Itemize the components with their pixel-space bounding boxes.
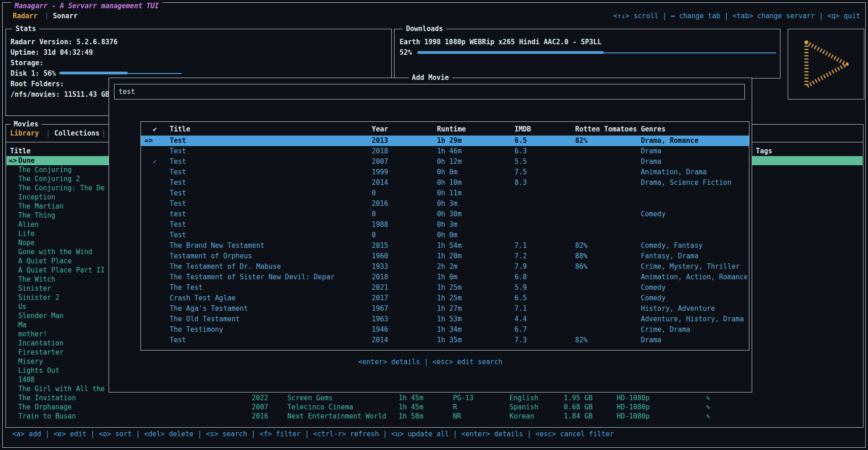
- result-runtime: 1h 0m: [437, 272, 457, 283]
- library-row[interactable]: Train to Busan2016Next Entertainment Wor…: [6, 412, 863, 421]
- result-imdb: 6.8: [515, 272, 527, 283]
- result-title: Test: [170, 178, 186, 188]
- result-imdb: 7.9: [515, 262, 527, 272]
- movie-studio: Next Entertainment World: [287, 412, 386, 421]
- result-runtime: 0h 0m: [437, 167, 457, 178]
- add-movie-result-row[interactable]: The Test20211h 25m5.9Comedy: [141, 283, 749, 293]
- add-movie-result-row[interactable]: Test20140h 10m8.3Drama, Science Fiction: [141, 178, 749, 188]
- movie-title: Inception: [18, 193, 55, 202]
- result-year: 1946: [372, 324, 388, 335]
- library-row[interactable]: The Orphanage2007Telecinco Cinema1h 45mR…: [6, 403, 863, 412]
- result-title: Testament of Orpheus: [170, 251, 252, 262]
- storage-label: Storage:: [10, 59, 43, 67]
- add-movie-modal: Add Movie test ✔ Title Year Runtime IMDB…: [109, 78, 752, 392]
- uptime-label: Uptime:: [10, 48, 39, 57]
- add-movie-result-row[interactable]: The Old Testament19631h 53m4.4Adventure,…: [141, 314, 749, 324]
- result-runtime: 0h 11m: [437, 188, 462, 199]
- result-year: 1933: [372, 262, 388, 272]
- result-rotten-tomatoes: 82%: [575, 136, 587, 146]
- movie-title: A Quiet Place Part II: [18, 266, 105, 275]
- movie-title: A Quiet Place: [18, 256, 72, 266]
- movie-size: 1.95 GB: [564, 393, 593, 403]
- library-panel-title: Movies: [10, 120, 42, 129]
- movie-size: 0.68 GB: [564, 403, 593, 412]
- add-movie-result-row[interactable]: test00h 30mComedy: [141, 209, 749, 220]
- result-year: 0: [372, 188, 376, 199]
- add-movie-result-row[interactable]: Testament of Orpheus19601h 20m7.288%Fant…: [141, 251, 749, 262]
- tab-library[interactable]: Library: [10, 129, 39, 138]
- add-movie-result-row[interactable]: The Testament of Sister New Devil: Depar…: [141, 272, 749, 283]
- add-movie-result-row[interactable]: The Testimony19461h 34m6.7Crime, Drama: [141, 324, 749, 335]
- add-movie-result-row[interactable]: ✓Test20070h 12m5.5Drama: [141, 157, 749, 167]
- result-title: Test: [170, 146, 186, 157]
- movie-title: Slender Man: [18, 311, 63, 320]
- result-year: 1967: [372, 303, 388, 314]
- result-genres: Drama: [641, 146, 747, 157]
- stats-panel-title: Stats: [12, 24, 39, 33]
- add-movie-result-row[interactable]: Crash Test Aglae20171h 25m6.5Comedy: [141, 293, 749, 303]
- movie-title: Ma: [18, 320, 26, 330]
- add-movie-result-row[interactable]: Test00h 0m: [141, 230, 749, 241]
- add-movie-result-row[interactable]: Test20160h 3m: [141, 199, 749, 209]
- result-runtime: 1h 27m: [437, 303, 462, 314]
- result-imdb: 7.1: [515, 303, 527, 314]
- checked-icon: ✓: [153, 157, 157, 167]
- result-year: 1999: [372, 167, 388, 178]
- result-year: 2017: [372, 293, 388, 303]
- result-rotten-tomatoes: 82%: [575, 335, 587, 345]
- add-movie-result-row[interactable]: =>Test20131h 29m6.582%Drama, Romance: [141, 136, 749, 146]
- add-movie-result-row[interactable]: The Testament of Dr. Mabuse19332h 2m7.98…: [141, 262, 749, 272]
- movie-language: English: [509, 393, 538, 403]
- result-imdb: 8.3: [515, 178, 527, 188]
- edit-icon[interactable]: ✎: [706, 403, 710, 412]
- add-movie-result-row[interactable]: The Aga's Testament19671h 27m7.1History,…: [141, 303, 749, 314]
- add-movie-title: Add Movie: [409, 73, 452, 82]
- tab-radarr[interactable]: Radarr: [13, 11, 37, 21]
- tab-collections[interactable]: Collections: [54, 129, 99, 138]
- movie-title: The Conjuring: [18, 165, 72, 174]
- movie-title: Life: [18, 229, 35, 238]
- movie-title: The Girl with All the: [18, 384, 105, 393]
- result-runtime: 1h 25m: [437, 293, 462, 303]
- movie-year: 2007: [252, 403, 268, 412]
- result-rotten-tomatoes: 86%: [575, 262, 587, 272]
- edit-icon[interactable]: ✎: [706, 393, 710, 403]
- result-genres: Animation, Action, Romance: [641, 272, 747, 283]
- edit-icon[interactable]: ✎: [706, 412, 710, 421]
- library-row[interactable]: The Invitation2022Screen Gems1h 45mPG-13…: [6, 393, 863, 403]
- result-genres: Drama: [641, 157, 747, 167]
- result-year: 2007: [372, 157, 388, 167]
- root-folder-path: /nfs/movies:: [10, 90, 60, 99]
- movie-title: mother!: [18, 330, 47, 339]
- tab-sonarr[interactable]: Sonarr: [53, 11, 78, 21]
- add-movie-result-row[interactable]: Test19990h 0m7.5Animation, Drama: [141, 167, 749, 178]
- movie-title: Lights Out: [18, 366, 59, 375]
- download-release-name: Earth 1998 1080p WEBRip x265 Hindi AAC2.…: [400, 38, 602, 46]
- movie-runtime: 1h 45m: [399, 393, 423, 403]
- result-genres: Crime, Drama: [641, 324, 747, 335]
- result-year: 1963: [372, 314, 388, 324]
- movie-title: Incantation: [18, 339, 63, 348]
- movie-title: Firestarter: [18, 348, 63, 357]
- movie-title: Us: [18, 302, 26, 311]
- disk-label: Disk 1:: [10, 69, 39, 78]
- result-title: Test: [170, 220, 186, 230]
- add-movie-result-row[interactable]: Test19880h 3m: [141, 220, 749, 230]
- add-movie-result-row[interactable]: The Brand New Testament20151h 54m7.182%C…: [141, 241, 749, 251]
- result-genres: Drama, Science Fiction: [641, 178, 747, 188]
- monitored-column-header: ✔: [153, 125, 157, 134]
- tab-separator: [104, 130, 104, 137]
- add-movie-search-input[interactable]: test: [114, 84, 745, 99]
- root-folder-size: 11511.43 GB: [64, 90, 109, 99]
- results-table-header: ✔ Title Year Runtime IMDB Rotten Tomatoe…: [141, 125, 749, 134]
- movie-title: Gone with the Wind: [18, 247, 93, 256]
- tab-separator: [47, 12, 47, 20]
- movie-title: The Invitation: [18, 393, 76, 403]
- add-movie-result-row[interactable]: Test20141h 35m7.382%Drama: [141, 335, 749, 345]
- title-column-header: Title: [170, 125, 190, 134]
- result-genres: Comedy, Fantasy: [641, 241, 747, 251]
- movie-quality: HD-1080p: [617, 393, 650, 403]
- add-movie-result-row[interactable]: Test20181h 46m6.3Drama: [141, 146, 749, 157]
- add-movie-result-row[interactable]: Test00h 11m: [141, 188, 749, 199]
- result-title: The Testament of Dr. Mabuse: [170, 262, 281, 272]
